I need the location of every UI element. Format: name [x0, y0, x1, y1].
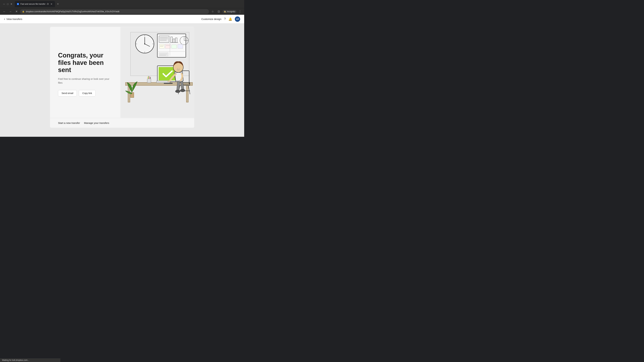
- maximize-button[interactable]: □: [6, 3, 9, 5]
- back-to-transfers-link[interactable]: ‹ View transfers: [4, 17, 22, 21]
- bookmark-button[interactable]: ☆: [210, 9, 215, 14]
- copy-link-button[interactable]: Copy link: [79, 90, 96, 96]
- more-options-button[interactable]: ⋮: [238, 9, 242, 14]
- svg-rect-37: [186, 85, 188, 102]
- success-card: Congrats, your files have been sent Feel…: [50, 27, 194, 128]
- address-bar-container[interactable]: 🔒: [20, 9, 209, 14]
- tab-favicon: [17, 3, 19, 5]
- card-right-panel: [120, 27, 194, 118]
- window-controls: ─ □ ✕: [1, 3, 14, 5]
- back-link-label: View transfers: [6, 17, 22, 20]
- congrats-title: Congrats, your files have been sent: [58, 52, 112, 74]
- svg-rect-25: [172, 45, 176, 48]
- customize-design-button[interactable]: Customize design: [202, 17, 221, 20]
- manage-transfers-link[interactable]: Manage your transfers: [84, 121, 109, 124]
- svg-rect-24: [165, 44, 170, 48]
- congrats-subtitle: Feel free to continue sharing or look ov…: [58, 77, 112, 85]
- lock-icon: 🔒: [22, 10, 24, 12]
- svg-rect-41: [164, 83, 172, 84]
- minimize-button[interactable]: ─: [3, 3, 5, 5]
- incognito-badge: 🕵 Incognito: [222, 10, 236, 13]
- header-right: Customize design ? 🔔 LD: [202, 16, 240, 22]
- card-left-panel: Congrats, your files have been sent Feel…: [50, 27, 120, 118]
- back-button[interactable]: ←: [2, 9, 7, 14]
- main-content: Congrats, your files have been sent Feel…: [0, 23, 244, 137]
- office-illustration: [120, 27, 194, 118]
- svg-rect-54: [147, 79, 151, 83]
- forward-button[interactable]: →: [8, 9, 13, 14]
- svg-rect-12: [159, 36, 169, 42]
- card-inner: Congrats, your files have been sent Feel…: [50, 27, 194, 118]
- send-email-button[interactable]: Send email: [58, 90, 77, 96]
- close-window-button[interactable]: ✕: [10, 3, 13, 5]
- tab-bar: Fast and secure file transfer - D ✕ +: [15, 1, 243, 7]
- back-arrow-icon: ‹: [4, 17, 5, 21]
- incognito-icon: 🕵: [224, 10, 226, 13]
- avatar[interactable]: LD: [235, 16, 240, 22]
- svg-point-52: [180, 89, 185, 92]
- new-tab-button[interactable]: +: [56, 2, 60, 6]
- tab-title: Fast and secure file transfer - D: [20, 3, 49, 5]
- split-view-button[interactable]: ⊡: [216, 9, 221, 14]
- browser-titlebar: ─ □ ✕ Fast and secure file transfer - D …: [0, 0, 244, 8]
- tab-close-button[interactable]: ✕: [50, 2, 53, 5]
- new-transfer-link[interactable]: Start a new transfer: [58, 121, 80, 124]
- toolbar-actions: ☆ ⊡ 🕵 Incognito ⋮: [210, 9, 242, 14]
- address-bar[interactable]: [26, 10, 207, 13]
- help-button[interactable]: ?: [224, 17, 226, 21]
- browser-toolbar: ← → ✕ 🔒 ☆ ⊡ 🕵 Incognito ⋮: [0, 8, 244, 15]
- action-buttons: Send email Copy link: [58, 90, 112, 96]
- active-tab[interactable]: Fast and secure file transfer - D ✕: [15, 1, 55, 7]
- card-footer: Start a new transfer Manage your transfe…: [50, 118, 194, 128]
- svg-rect-23: [159, 44, 164, 48]
- incognito-label: Incognito: [227, 10, 235, 13]
- svg-rect-26: [178, 44, 183, 48]
- app-header: ‹ View transfers Customize design ? 🔔 LD: [0, 15, 244, 23]
- reload-button[interactable]: ✕: [14, 9, 19, 14]
- svg-rect-32: [159, 53, 168, 56]
- notifications-button[interactable]: 🔔: [228, 17, 232, 21]
- svg-point-51: [176, 90, 180, 93]
